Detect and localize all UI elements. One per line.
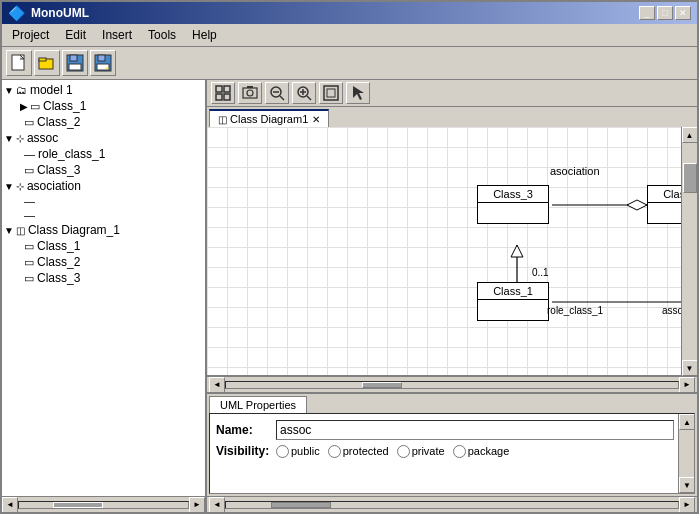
tree-item-model1[interactable]: ▼ 🗂 model 1	[4, 82, 203, 98]
label-asociation: asociation	[550, 165, 600, 177]
tree-item-class3[interactable]: ▭ Class_3	[4, 162, 203, 178]
class2-name: Class_2	[648, 186, 681, 203]
tree-item-classdiag1[interactable]: ▼ ◫ Class Diagram_1	[4, 222, 203, 238]
left-scrollbar-h[interactable]: ◄ ►	[2, 496, 205, 512]
svg-marker-31	[511, 245, 523, 257]
icon-model1: 🗂	[16, 84, 27, 96]
menu-insert[interactable]: Insert	[96, 26, 138, 44]
prop-scrollbar-v[interactable]: ▲ ▼	[678, 414, 694, 493]
tree-item-cd-class1[interactable]: ▭ Class_1	[4, 238, 203, 254]
canvas-area: Class_3 Class_2 Class_1	[207, 127, 697, 376]
left-scroll-right[interactable]: ►	[189, 497, 205, 513]
save-as-button[interactable]: +	[90, 50, 116, 76]
diagram-scrollbar-h[interactable]: ◄ ►	[207, 376, 697, 392]
main-window: 🔷 MonoUML _ □ ✕ Project Edit Insert Tool…	[0, 0, 699, 514]
arrow-asociation[interactable]: ▼	[4, 181, 14, 192]
prop-scroll-left[interactable]: ◄	[209, 497, 225, 513]
svg-rect-12	[216, 94, 222, 100]
uml-class-class1[interactable]: Class_1	[477, 282, 549, 321]
left-scroll-left[interactable]: ◄	[2, 497, 18, 513]
tree-item-child2[interactable]: —	[4, 208, 203, 222]
fit-button[interactable]	[319, 82, 343, 104]
arrow-class1[interactable]: ▶	[20, 101, 28, 112]
tree-item-role-class-1[interactable]: — role_class_1	[4, 146, 203, 162]
vis-radio-4[interactable]	[453, 445, 466, 458]
prop-tab-uml[interactable]: UML Properties	[209, 396, 307, 413]
menu-project[interactable]: Project	[6, 26, 55, 44]
icon-cd-class3: ▭	[24, 272, 34, 285]
menu-tools[interactable]: Tools	[142, 26, 182, 44]
pointer-button[interactable]	[346, 82, 370, 104]
tree-item-class1[interactable]: ▶ ▭ Class_1	[4, 98, 203, 114]
tree-item-class2[interactable]: ▭ Class_2	[4, 114, 203, 130]
label-model1: model 1	[30, 83, 73, 97]
prop-name-input[interactable]	[276, 420, 674, 440]
vis-option-3[interactable]: private	[397, 445, 445, 458]
grid-button[interactable]	[211, 82, 235, 104]
window-controls: _ □ ✕	[639, 6, 691, 20]
class2-body	[648, 203, 681, 223]
main-area: ▼ 🗂 model 1 ▶ ▭ Class_1 ▭ Class_2 ▼ ⊹	[2, 80, 697, 512]
arrow-classdiag1[interactable]: ▼	[4, 225, 14, 236]
prop-fields: Name: Visibility: public protected	[210, 414, 694, 468]
uml-class-class3[interactable]: Class_3	[477, 185, 549, 224]
vis-option-4[interactable]: package	[453, 445, 510, 458]
vis-option-1[interactable]: public	[276, 445, 320, 458]
zoom-in-button[interactable]	[292, 82, 316, 104]
uml-class-class2[interactable]: Class_2	[647, 185, 681, 224]
diagram-scrollbar-v[interactable]: ▲ ▼	[681, 127, 697, 376]
prop-visibility-row: Visibility: public protected private	[216, 444, 674, 458]
diagram-canvas[interactable]: Class_3 Class_2 Class_1	[207, 127, 681, 376]
scroll-right-button[interactable]: ►	[679, 377, 695, 393]
tab-icon: ◫	[218, 114, 227, 125]
scroll-down-button[interactable]: ▼	[682, 360, 698, 376]
vis-radio-2[interactable]	[328, 445, 341, 458]
prop-scroll-h-track	[225, 501, 679, 509]
menu-help[interactable]: Help	[186, 26, 223, 44]
menu-bar: Project Edit Insert Tools Help	[2, 24, 697, 47]
open-button[interactable]	[34, 50, 60, 76]
maximize-button[interactable]: □	[657, 6, 673, 20]
scroll-left-button[interactable]: ◄	[209, 377, 225, 393]
tree-item-child1[interactable]: —	[4, 194, 203, 208]
scroll-v-track	[682, 143, 698, 360]
tree-item-assoc[interactable]: ▼ ⊹ assoc	[4, 130, 203, 146]
minimize-button[interactable]: _	[639, 6, 655, 20]
main-toolbar: +	[2, 47, 697, 80]
prop-scrollbar-h[interactable]: ◄ ►	[207, 496, 697, 512]
vis-radio-1[interactable]	[276, 445, 289, 458]
prop-name-row: Name:	[216, 420, 674, 440]
tree-item-cd-class3[interactable]: ▭ Class_3	[4, 270, 203, 286]
tab-close-button[interactable]: ✕	[312, 114, 320, 125]
svg-line-19	[280, 96, 284, 100]
svg-rect-16	[247, 86, 253, 88]
vis-option-2[interactable]: protected	[328, 445, 389, 458]
menu-edit[interactable]: Edit	[59, 26, 92, 44]
tree-item-cd-class2[interactable]: ▭ Class_2	[4, 254, 203, 270]
scroll-up-button[interactable]: ▲	[682, 127, 698, 143]
diagram-toolbar	[207, 80, 697, 107]
class3-name: Class_3	[478, 186, 548, 203]
label-cd-class1: Class_1	[37, 239, 80, 253]
tab-classdiagram1[interactable]: ◫ Class Diagram1 ✕	[209, 109, 329, 127]
close-button[interactable]: ✕	[675, 6, 691, 20]
zoom-out-button[interactable]	[265, 82, 289, 104]
svg-text:+: +	[105, 65, 109, 72]
svg-rect-13	[224, 94, 230, 100]
tree-item-asociation[interactable]: ▼ ⊹ asociation	[4, 178, 203, 194]
diagram-svg	[207, 127, 681, 375]
label-class2: Class_2	[37, 115, 80, 129]
icon-role1: —	[24, 148, 35, 160]
arrow-model1[interactable]: ▼	[4, 85, 14, 96]
tree-view[interactable]: ▼ 🗂 model 1 ▶ ▭ Class_1 ▭ Class_2 ▼ ⊹	[2, 80, 205, 496]
prop-scroll-right[interactable]: ►	[679, 497, 695, 513]
new-button[interactable]	[6, 50, 32, 76]
save-button[interactable]	[62, 50, 88, 76]
prop-scroll-down[interactable]: ▼	[679, 477, 695, 493]
screenshot-button[interactable]	[238, 82, 262, 104]
left-scroll-thumb	[53, 502, 103, 508]
arrow-assoc[interactable]: ▼	[4, 133, 14, 144]
window-title: MonoUML	[31, 6, 89, 20]
prop-scroll-up[interactable]: ▲	[679, 414, 695, 430]
vis-radio-3[interactable]	[397, 445, 410, 458]
